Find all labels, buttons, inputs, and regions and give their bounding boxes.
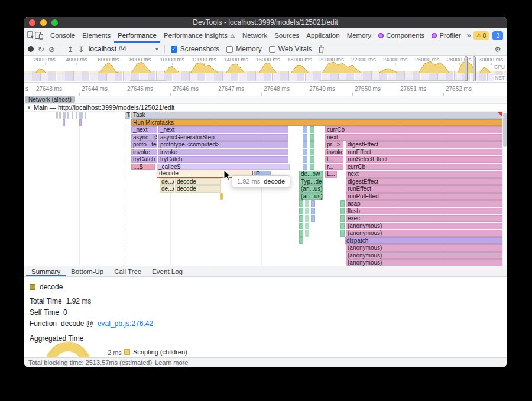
checkbox-memory[interactable]: Memory xyxy=(226,45,261,53)
flame-bar[interactable] xyxy=(79,112,83,119)
flame-bar[interactable]: Typ...de xyxy=(299,178,323,185)
close-window-button[interactable] xyxy=(29,19,35,26)
flame-bar[interactable] xyxy=(63,112,66,119)
titlebar[interactable]: DevTools - localhost:3999/models/125021/… xyxy=(24,17,507,28)
flame-bar[interactable]: currCb xyxy=(325,126,504,133)
tab-elements[interactable]: Elements xyxy=(79,28,114,43)
flame-bar[interactable] xyxy=(310,164,314,171)
flame-bar[interactable]: L... xyxy=(325,171,337,178)
minimize-window-button[interactable] xyxy=(40,19,47,26)
flame-bar[interactable]: invoke xyxy=(325,149,343,156)
flame-bar[interactable] xyxy=(310,141,314,148)
tab-performance-insights[interactable]: Performance insights⚠ xyxy=(160,28,239,43)
checkbox-screenshots[interactable]: ✓Screenshots xyxy=(171,45,220,53)
save-profile-icon[interactable]: ↧ xyxy=(78,45,85,53)
flame-bar[interactable]: currCb xyxy=(346,164,504,171)
history-select[interactable]: localhost #4 ▾ xyxy=(89,45,158,53)
network-track[interactable]: Network (alhost) xyxy=(24,96,507,104)
flame-bar[interactable] xyxy=(303,164,307,171)
tab-console[interactable]: Console xyxy=(47,28,79,43)
selection-handle-right[interactable] xyxy=(473,56,476,81)
selection-handle-left[interactable] xyxy=(465,56,468,81)
messages-badge[interactable]: 3 xyxy=(492,31,503,40)
function-source-link[interactable]: eval_pb.js:276:42 xyxy=(98,320,153,328)
clear-icon[interactable]: ⊘ xyxy=(48,45,55,53)
flame-bar[interactable]: next xyxy=(325,134,504,141)
scrollbar-thumb[interactable] xyxy=(503,113,507,147)
network-track-bar[interactable]: Network (alhost) xyxy=(25,96,75,103)
flame-bar[interactable]: t... xyxy=(325,156,343,163)
flame-bar[interactable] xyxy=(340,208,345,215)
inspect-element-icon[interactable] xyxy=(27,30,35,41)
flame-bar[interactable]: ....$ xyxy=(131,164,155,171)
flame-bar[interactable]: runSelectEffect xyxy=(346,156,504,163)
tab-profiler[interactable]: Profiler xyxy=(428,28,464,43)
device-toolbar-icon[interactable] xyxy=(35,30,43,41)
flame-bar[interactable] xyxy=(76,112,77,119)
flame-bar[interactable]: pr...> xyxy=(325,141,343,148)
flame-bar[interactable]: _next xyxy=(158,126,288,133)
flame-bar[interactable] xyxy=(299,215,303,222)
tab-application[interactable]: Application xyxy=(303,28,343,43)
flame-bar[interactable] xyxy=(303,141,307,148)
flame-bar[interactable] xyxy=(340,230,345,237)
flame-bar[interactable]: Run Microtasks xyxy=(131,119,503,126)
flame-bar[interactable]: flush xyxy=(346,208,504,215)
flame-bar[interactable] xyxy=(311,215,315,222)
flame-bar[interactable] xyxy=(311,208,315,215)
flame-bar[interactable] xyxy=(299,208,303,215)
flame-bar[interactable]: digestEffect xyxy=(346,141,504,148)
flame-bar[interactable] xyxy=(305,215,309,222)
flame-bar[interactable]: _next xyxy=(131,126,157,133)
flame-bar[interactable]: de...ow xyxy=(299,171,323,178)
flame-bar[interactable]: (anonymous) xyxy=(346,223,504,230)
flame-bar[interactable] xyxy=(310,149,314,156)
flame-bar[interactable]: invoke xyxy=(158,149,288,156)
settings-gear-icon[interactable]: ⚙ xyxy=(507,30,507,41)
flame-bar[interactable] xyxy=(303,156,307,163)
flame-bar[interactable]: (an...us) xyxy=(299,185,323,193)
flame-bar[interactable]: asap xyxy=(346,200,504,207)
trash-icon[interactable] xyxy=(316,43,327,55)
flame-bar[interactable] xyxy=(79,119,82,126)
flame-bar[interactable]: dispatch xyxy=(345,237,504,244)
record-button[interactable] xyxy=(28,46,34,52)
flame-bar[interactable] xyxy=(310,156,314,163)
bottom-tab-bottom-up[interactable]: Bottom-Up xyxy=(66,266,109,276)
checkbox-web-vitals[interactable]: Web Vitals xyxy=(269,45,312,53)
issues-badge[interactable]: ⚠ 8 xyxy=(473,31,489,40)
flame-bar[interactable] xyxy=(340,200,345,207)
flame-bar[interactable] xyxy=(63,119,65,126)
flame-bar[interactable] xyxy=(310,126,314,133)
flame-bar[interactable]: runEffect xyxy=(346,149,504,156)
flame-bar[interactable] xyxy=(305,223,309,230)
flame-bar[interactable] xyxy=(305,230,309,237)
flame-bar[interactable]: next xyxy=(346,171,504,178)
flame-bar[interactable]: (anonymous) xyxy=(346,230,504,237)
flame-bar[interactable]: proto...ted> xyxy=(131,141,157,148)
bottom-tab-event-log[interactable]: Event Log xyxy=(147,266,188,276)
flame-bar[interactable]: runEffect xyxy=(346,185,504,193)
flame-bar[interactable]: T... xyxy=(125,112,130,119)
flame-bar[interactable] xyxy=(340,223,345,230)
flame-bar[interactable] xyxy=(299,237,303,244)
flame-bar[interactable]: exec xyxy=(346,215,504,222)
reload-and-record-icon[interactable]: ↻ xyxy=(38,45,44,53)
flame-bar[interactable]: tryCatch xyxy=(131,156,157,163)
flame-chart[interactable]: 1.92 ms decode T...TaskRun Microtasks_ne… xyxy=(24,112,507,266)
flame-bar[interactable]: tryCatch xyxy=(158,156,288,163)
flame-bar[interactable]: decode xyxy=(175,178,221,185)
tab-sources[interactable]: Sources xyxy=(271,28,303,43)
flame-bar[interactable] xyxy=(299,223,303,230)
flame-bar[interactable] xyxy=(303,149,307,156)
flame-bar[interactable]: r... xyxy=(325,164,343,171)
flame-bar[interactable] xyxy=(305,200,309,207)
flame-bar[interactable] xyxy=(85,112,86,119)
flame-bar[interactable]: prototype.<computed> xyxy=(158,141,288,148)
flame-bar[interactable]: (anonymous) xyxy=(346,259,504,266)
load-profile-icon[interactable]: ↥ xyxy=(67,45,74,53)
flame-bar[interactable]: asyncGeneratorStep xyxy=(158,134,288,141)
flame-bar[interactable] xyxy=(340,215,345,222)
flame-bar[interactable] xyxy=(67,112,69,119)
flame-bar[interactable] xyxy=(303,134,307,141)
